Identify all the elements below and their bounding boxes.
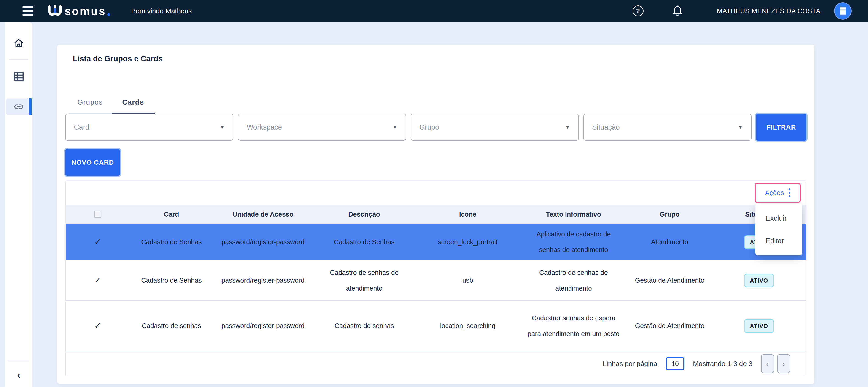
cell-checked[interactable]: ✓ — [66, 224, 130, 260]
pagination: Linhas por página 10 Mostrando 1-3 de 3 … — [66, 351, 806, 376]
cell-grupo: Gestão de Atendimento — [627, 260, 712, 301]
chevron-left-icon: ‹ — [766, 359, 769, 368]
brand-name: somus — [64, 5, 106, 17]
table-body: ✓Cadastro de Senhaspassword/register-pas… — [66, 224, 806, 351]
bell-icon[interactable] — [672, 5, 683, 17]
cell-situacao: ATIVO — [712, 260, 806, 301]
filter-button[interactable]: FILTRAR — [756, 114, 806, 141]
link-icon — [13, 101, 25, 112]
filter-select-situação[interactable]: Situação▼ — [583, 114, 751, 141]
cell-grupo: Gestão de Atendimento — [627, 301, 712, 351]
cell-texto-informativo: Cadastro de senhas de atendimento — [520, 260, 627, 301]
check-icon: ✓ — [94, 237, 101, 246]
table-row[interactable]: ✓Cadastro de senhaspassword/register-pas… — [66, 301, 806, 351]
filter-select-workspace[interactable]: Workspace▼ — [238, 114, 406, 141]
column-header: Descrição — [313, 205, 416, 224]
hamburger-icon[interactable] — [23, 6, 33, 15]
cell-card: Cadastro de Senhas — [130, 260, 213, 301]
sidebar: ‹ — [5, 22, 32, 387]
rows-per-page-input[interactable]: 10 — [666, 357, 684, 370]
status-badge: ATIVO — [744, 319, 774, 333]
pagination-prev-button[interactable]: ‹ — [761, 354, 774, 373]
cell-situacao: ATIVO — [712, 301, 806, 351]
cell-unidade-de-acesso: password/register-password — [213, 224, 313, 260]
table-icon — [13, 72, 24, 81]
filter-bar: Card▼Workspace▼Grupo▼Situação▼FILTRAR — [65, 114, 806, 141]
kebab-icon — [788, 188, 790, 197]
cell-checked[interactable]: ✓ — [66, 260, 130, 301]
table-row[interactable]: ✓Cadastro de Senhaspassword/register-pas… — [66, 224, 806, 260]
brand-uu-icon — [48, 5, 62, 17]
column-header: Icone — [416, 205, 520, 224]
menu-item-excluir[interactable]: Excluir — [755, 207, 802, 230]
help-icon[interactable]: ? — [632, 5, 644, 16]
status-badge: ATIVO — [744, 274, 774, 287]
select-all-checkbox[interactable] — [94, 211, 101, 218]
column-header: Card — [130, 205, 213, 224]
menu-item-editar[interactable]: Editar — [755, 230, 802, 252]
filter-select-card[interactable]: Card▼ — [65, 114, 234, 141]
cell-descricao: Cadastro de Senhas — [313, 224, 416, 260]
filter-select-grupo[interactable]: Grupo▼ — [411, 114, 579, 141]
cards-table: CardUnidade de AcessoDescriçãoIconeTexto… — [66, 205, 806, 351]
sidebar-divider — [9, 60, 28, 60]
cell-descricao: Cadastro de senhas de atendimento — [313, 260, 416, 301]
brand-dot — [107, 13, 110, 16]
welcome-text: Bem vindo Matheus — [131, 7, 192, 15]
brand-logo: somus — [48, 5, 110, 17]
check-icon: ✓ — [94, 321, 101, 330]
select-placeholder: Grupo — [420, 123, 565, 131]
sidebar-item-home[interactable] — [5, 35, 32, 51]
cell-checked[interactable]: ✓ — [66, 301, 130, 351]
select-placeholder: Workspace — [247, 123, 392, 131]
cell-texto-informativo: Cadastrar senhas de espera para atendime… — [520, 301, 627, 351]
table-header-row: CardUnidade de AcessoDescriçãoIconeTexto… — [66, 205, 806, 224]
column-header: Grupo — [627, 205, 712, 224]
home-icon — [13, 38, 24, 48]
actions-dropdown-menu: ExcluirEditar — [755, 204, 802, 255]
actions-button-label: Ações — [765, 189, 784, 197]
cell-texto-informativo: Aplicativo de cadastro de senhas de aten… — [520, 224, 627, 260]
cell-icone: usb — [416, 260, 520, 301]
column-header: Texto Informativo — [520, 205, 627, 224]
tabs: GruposCards — [69, 92, 155, 114]
cell-unidade-de-acesso: password/register-password — [213, 301, 313, 351]
cell-icone: screen_lock_portrait — [416, 224, 520, 260]
column-header: Unidade de Acesso — [213, 205, 313, 224]
select-placeholder: Card — [74, 123, 220, 131]
cell-card: Cadastro de senhas — [130, 301, 213, 351]
tab-grupos[interactable]: Grupos — [69, 92, 112, 113]
sidebar-item-lists[interactable] — [5, 68, 32, 85]
table-row[interactable]: ✓Cadastro de Senhaspassword/register-pas… — [66, 260, 806, 301]
tab-cards[interactable]: Cards — [112, 92, 155, 113]
pagination-range-label: Mostrando 1-3 de 3 — [693, 360, 752, 367]
chevron-down-icon: ▼ — [220, 124, 225, 130]
check-icon: ✓ — [94, 276, 101, 285]
main-card: Lista de Grupos e Cards GruposCards Card… — [57, 44, 814, 384]
table-container: Ações CardUnidade de AcessoDescriçãoIcon… — [65, 180, 806, 377]
sidebar-collapse-button[interactable]: ‹ — [5, 368, 32, 382]
sidebar-item-cards-active[interactable] — [6, 99, 31, 115]
active-indicator-bar — [29, 99, 32, 115]
avatar-document-graphic — [839, 5, 846, 16]
user-name: MATHEUS MENEZES DA COSTA — [717, 7, 820, 15]
pagination-next-button[interactable]: › — [777, 354, 790, 373]
topbar: somus Bem vindo Matheus ? MATHEUS MENEZE… — [0, 0, 868, 22]
sidebar-bottom-divider — [8, 361, 29, 361]
chevron-down-icon: ▼ — [565, 124, 570, 130]
user-avatar[interactable] — [834, 2, 851, 20]
actions-button[interactable]: Ações — [755, 183, 801, 203]
rows-per-page-label: Linhas por página — [602, 360, 657, 367]
cell-card: Cadastro de Senhas — [130, 224, 213, 260]
chevron-down-icon: ▼ — [392, 124, 397, 130]
header-select-all — [66, 205, 130, 224]
cell-icone: location_searching — [416, 301, 520, 351]
cell-grupo: Atendimento — [627, 224, 712, 260]
select-placeholder: Situação — [592, 123, 738, 131]
chevron-right-icon: › — [782, 359, 785, 368]
new-card-button[interactable]: NOVO CARD — [65, 149, 120, 176]
cell-descricao: Cadastro de senhas — [313, 301, 416, 351]
chevron-down-icon: ▼ — [738, 124, 743, 130]
cell-unidade-de-acesso: password/register-password — [213, 260, 313, 301]
page-title: Lista de Grupos e Cards — [73, 54, 163, 63]
